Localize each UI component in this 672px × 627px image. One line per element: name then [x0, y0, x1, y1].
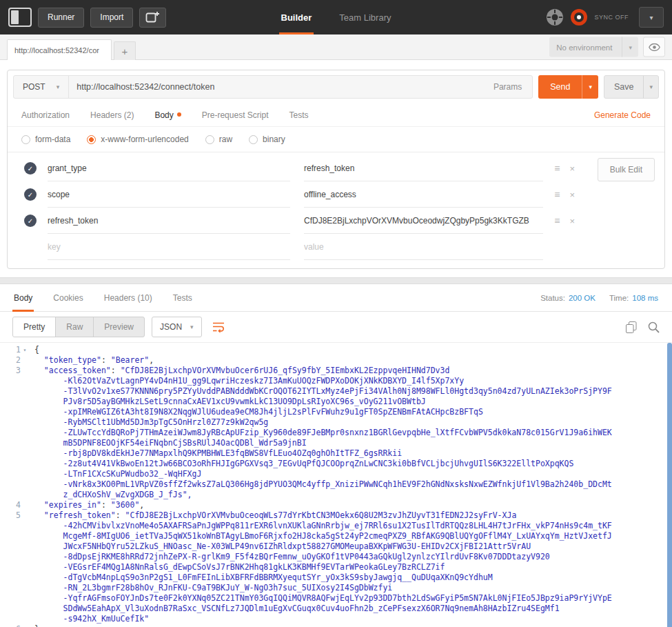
- param-value-field[interactable]: refresh_token: [304, 155, 543, 181]
- fold-spacer: [21, 583, 29, 593]
- interceptor-icon[interactable]: [546, 8, 564, 26]
- code-text: -s942hX_KmUuCefIk": [29, 614, 149, 624]
- save-label: Save: [604, 76, 644, 98]
- radio-icon[interactable]: [249, 135, 258, 144]
- send-options-chevron[interactable]: ▾: [582, 75, 598, 99]
- param-key-field[interactable]: refresh_token: [48, 208, 290, 234]
- line-number: [0, 490, 21, 500]
- line-number: [0, 376, 21, 386]
- open-request-tab[interactable]: http://localhost:52342/cor: [7, 39, 112, 60]
- remove-param-icon[interactable]: ×: [569, 190, 575, 200]
- drag-handle-icon[interactable]: ≡: [554, 163, 560, 174]
- environment-selector[interactable]: No environment ▾: [549, 37, 638, 57]
- code-line: -2z8ut4V41VkBwoEn12tJw66BCO3oRhFHJIgGPGX…: [0, 459, 672, 469]
- code-line: JWcxF5NHbQYru52LZkuS_HNOasc_Ne-X03WLP49n…: [0, 541, 672, 552]
- line-number: 5: [0, 510, 21, 521]
- import-button[interactable]: Import: [90, 8, 133, 28]
- request-tab-headers-2[interactable]: Headers (2): [90, 110, 134, 120]
- copy-icon[interactable]: [626, 321, 637, 333]
- sidebar-toggle-icon[interactable]: [8, 8, 32, 27]
- param-enabled-checkbox[interactable]: ✓: [24, 188, 37, 201]
- search-icon[interactable]: [648, 321, 660, 333]
- response-body-editor[interactable]: 1▾{2 "token_type": "Bearer",3 "access_to…: [0, 342, 672, 627]
- header-menu-chevron[interactable]: ▾: [639, 7, 664, 28]
- format-select[interactable]: JSON ▾: [152, 317, 202, 337]
- radio-icon[interactable]: [21, 135, 30, 144]
- code-line: McgeMf-8MIgUO6_ietTVaJ5qWX51koWnBTAgyLBm…: [0, 531, 672, 541]
- header-nav: Builder Team Library: [279, 0, 394, 34]
- drag-handle-icon[interactable]: ≡: [554, 189, 560, 200]
- view-mode-raw[interactable]: Raw: [56, 317, 94, 337]
- bulk-edit-button[interactable]: Bulk Edit: [598, 158, 655, 181]
- remove-param-icon[interactable]: ×: [569, 216, 575, 226]
- param-key-field[interactable]: scope: [48, 181, 290, 208]
- code-line: -dTgVcbM4npLqS9o3nP2gS1_L0FmFEInLibXBFRF…: [0, 573, 672, 583]
- line-number: [0, 479, 21, 490]
- body-type-x-www-form-urlencoded[interactable]: x-www-form-urlencoded: [87, 135, 188, 144]
- request-tab-tests[interactable]: Tests: [289, 110, 308, 120]
- sync-status-icon[interactable]: [570, 8, 588, 26]
- body-type-form-data[interactable]: form-data: [21, 135, 70, 144]
- param-value-field[interactable]: CfDJ8E2BjLxchpVOrXVMvbuOceodwjZQgbyPp5gk…: [304, 208, 543, 234]
- method-value: POST: [23, 82, 45, 92]
- url-group: POST ▾ http://localhost:52342/connect/to…: [13, 75, 533, 99]
- radio-icon[interactable]: [205, 135, 214, 144]
- environment-preview-button[interactable]: [643, 37, 665, 57]
- param-enabled-checkbox[interactable]: ✓: [24, 162, 37, 175]
- response-tab-cookies[interactable]: Cookies: [53, 284, 83, 311]
- radio-icon[interactable]: [87, 135, 96, 144]
- request-tab-authorization[interactable]: Authorization: [21, 110, 70, 120]
- code-text: -RybMSClt1UbMd5DJm3pTgC5OnHrzl0Z77z9kW2q…: [29, 417, 268, 428]
- word-wrap-toggle[interactable]: [209, 317, 230, 337]
- fold-arrow-icon[interactable]: ▾: [21, 345, 29, 355]
- tab-builder[interactable]: Builder: [279, 0, 314, 34]
- line-number: [0, 448, 21, 459]
- method-select[interactable]: POST ▾: [14, 76, 69, 98]
- code-line: 2 "token_type": "Bearer",: [0, 355, 672, 366]
- vertical-scrollbar[interactable]: [667, 343, 672, 627]
- param-enabled-checkbox[interactable]: ✓: [24, 215, 37, 227]
- fold-spacer: [21, 355, 29, 366]
- code-text: }: [29, 624, 39, 627]
- new-tab-button[interactable]: +: [114, 41, 136, 60]
- eye-icon: [649, 43, 660, 51]
- new-window-button[interactable]: [139, 8, 166, 28]
- save-button[interactable]: Save ▾: [604, 75, 659, 99]
- params-button[interactable]: Params: [483, 76, 532, 98]
- body-type-raw[interactable]: raw: [205, 135, 232, 144]
- send-button[interactable]: Send ▾: [538, 75, 598, 99]
- param-value-field[interactable]: value: [304, 234, 543, 260]
- fold-spacer: [21, 552, 29, 562]
- param-key-field[interactable]: key: [48, 234, 290, 260]
- line-number: [0, 593, 21, 604]
- param-value-field[interactable]: offline_access: [304, 181, 543, 208]
- url-input[interactable]: http://localhost:52342/connect/token: [69, 76, 483, 98]
- drag-handle-icon[interactable]: ≡: [554, 215, 560, 226]
- fold-spacer: [21, 397, 29, 407]
- code-text: -T3lVvO2v1xeS77KNNN6pry5PZYyUvddPABNdddW…: [29, 386, 612, 397]
- remove-param-icon[interactable]: ×: [569, 163, 575, 174]
- request-tab-pre-request-script[interactable]: Pre-request Script: [202, 110, 269, 120]
- body-type-label: raw: [219, 135, 232, 144]
- code-text: "access_token": "CfDJ8E2BjLxchpVOrXVMvbu…: [29, 366, 449, 376]
- code-line: -RybMSClt1UbMd5DJm3pTgC5OnHrzl0Z77z9kW2q…: [0, 417, 672, 428]
- body-type-binary[interactable]: binary: [249, 135, 285, 144]
- urlencoded-params-editor: ✓grant_typerefresh_token≡×✓scopeoffline_…: [8, 152, 664, 268]
- time-label: Time:: [609, 294, 629, 302]
- generate-code-link[interactable]: Generate Code: [594, 110, 651, 120]
- fold-spacer: [21, 531, 29, 541]
- view-mode-preview[interactable]: Preview: [94, 317, 144, 337]
- tab-team-library[interactable]: Team Library: [337, 0, 393, 34]
- save-options-chevron[interactable]: ▾: [643, 76, 658, 98]
- fold-spacer: [21, 417, 29, 428]
- request-tab-body[interactable]: Body: [154, 110, 181, 120]
- runner-button[interactable]: Runner: [38, 8, 84, 28]
- response-tab-tests[interactable]: Tests: [173, 284, 192, 311]
- response-tab-headers-10[interactable]: Headers (10): [104, 284, 152, 311]
- param-key-field[interactable]: grant_type: [48, 155, 290, 181]
- response-tab-body[interactable]: Body: [14, 284, 32, 311]
- time-value: 108 ms: [632, 294, 658, 302]
- view-mode-pretty[interactable]: Pretty: [13, 317, 56, 337]
- line-number: 6: [0, 624, 21, 627]
- fold-spacer: [21, 428, 29, 438]
